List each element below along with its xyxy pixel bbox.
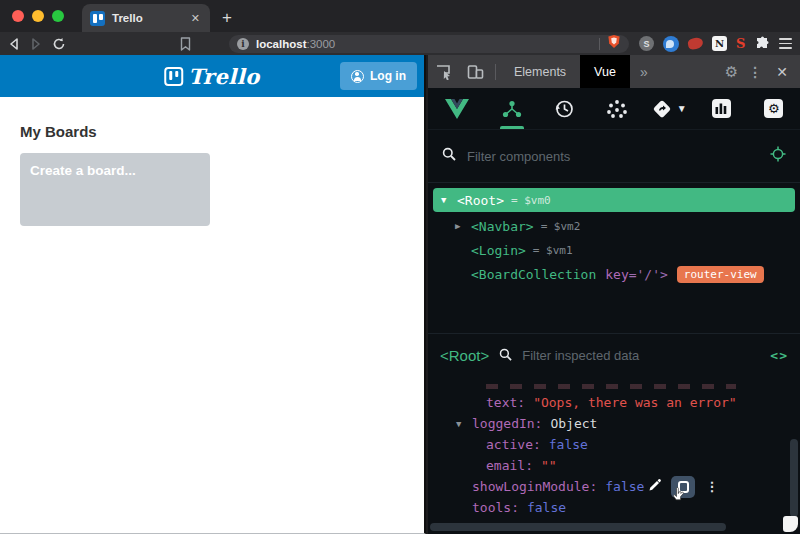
- vuex-tab-icon[interactable]: [591, 88, 643, 129]
- attr-value: ='/'>: [629, 267, 668, 282]
- boards-heading: My Boards: [20, 123, 424, 140]
- extension-s-icon[interactable]: S: [639, 36, 654, 51]
- inspector-header: <Root> <>: [428, 333, 800, 377]
- code-view-icon[interactable]: <>: [770, 348, 788, 363]
- expand-caret-icon[interactable]: ▼: [441, 195, 457, 205]
- device-toolbar-icon[interactable]: [460, 64, 491, 80]
- component-tag: <Login>: [471, 243, 526, 258]
- data-row-loggedin[interactable]: ▼ loggedIn: Object: [428, 413, 800, 434]
- tree-row-root[interactable]: ▼ <Root> = $vm0: [433, 188, 795, 212]
- person-icon: [351, 70, 364, 83]
- row-menu-icon[interactable]: ⋮: [705, 479, 718, 494]
- create-board-label: Create a board...: [30, 163, 136, 178]
- bookmark-icon[interactable]: [180, 37, 191, 51]
- login-button-label: Log in: [370, 69, 406, 83]
- component-tag: <Navbar>: [471, 219, 534, 234]
- component-tag: <Root>: [457, 193, 504, 208]
- data-key: text:: [486, 395, 525, 410]
- url-port: :3000: [306, 38, 335, 50]
- data-row-active[interactable]: active: false: [428, 434, 800, 455]
- tree-row-login[interactable]: <Login> = $vm1: [428, 238, 800, 262]
- data-value: false: [527, 500, 566, 515]
- reload-icon[interactable]: [52, 37, 66, 51]
- devtools-menu-icon[interactable]: ⋮: [742, 64, 768, 80]
- toolbar-divider: [495, 64, 496, 80]
- data-key: active:: [486, 437, 541, 452]
- brave-shield-icon[interactable]: [607, 34, 621, 53]
- component-filter-row: [428, 130, 800, 183]
- data-row-text[interactable]: text: "Oops, there was an error": [428, 392, 800, 413]
- trello-app: Trello Log in My Boards Create a board..…: [0, 55, 426, 534]
- router-view-badge: router-view: [677, 266, 764, 283]
- close-window-button[interactable]: [12, 10, 24, 22]
- create-board-card[interactable]: Create a board...: [20, 153, 210, 226]
- search-icon: [442, 147, 456, 165]
- devtools-panel: Elements Vue » ⚙ ⋮ ✕ ▼: [428, 55, 800, 534]
- mouse-cursor-icon: [672, 487, 686, 505]
- filter-components-input[interactable]: [467, 149, 759, 164]
- data-row-tools[interactable]: tools: false: [428, 497, 800, 518]
- url-text: localhost:3000: [256, 38, 335, 50]
- tree-row-navbar[interactable]: ▶ <Navbar> = $vm2: [428, 214, 800, 238]
- menu-icon[interactable]: [779, 38, 792, 48]
- trello-logo-icon: [164, 67, 183, 86]
- data-key: email:: [486, 458, 533, 473]
- component-picker-icon[interactable]: [770, 146, 786, 166]
- vm-binding: = $vm1: [533, 244, 573, 257]
- data-key: tools:: [472, 500, 519, 515]
- collapse-caret-icon[interactable]: ▶: [455, 221, 471, 231]
- minimize-window-button[interactable]: [32, 10, 44, 22]
- component-tree: ▼ <Root> = $vm0 ▶ <Navbar> = $vm2 <Login…: [428, 183, 800, 333]
- tab-vue[interactable]: Vue: [580, 55, 630, 88]
- tab-close-icon[interactable]: ✕: [189, 12, 202, 25]
- site-info-icon[interactable]: i: [237, 38, 249, 50]
- forward-icon[interactable]: [30, 37, 42, 51]
- browser-tab[interactable]: Trello ✕: [82, 4, 210, 32]
- address-bar[interactable]: i localhost:3000: [229, 35, 629, 53]
- attr-name: key: [605, 267, 628, 282]
- data-row-email[interactable]: email: "": [428, 455, 800, 476]
- vertical-scrollbar[interactable]: [790, 439, 798, 517]
- data-key: loggedIn:: [472, 416, 542, 431]
- horizontal-scrollbar[interactable]: [430, 523, 726, 531]
- data-value: false: [605, 479, 644, 494]
- extension-svelte-icon[interactable]: S: [736, 36, 745, 51]
- vue-devtools-toolbar: ▼ ⚙: [428, 88, 800, 130]
- extension-blue-icon[interactable]: [663, 36, 679, 52]
- extensions-puzzle-icon[interactable]: [754, 36, 770, 52]
- devtools-tabbar: Elements Vue » ⚙ ⋮ ✕: [428, 55, 800, 88]
- expand-caret-icon[interactable]: ▼: [456, 419, 472, 429]
- toggle-value-button[interactable]: [671, 476, 695, 498]
- extension-red-icon[interactable]: [687, 37, 704, 51]
- timeline-tab-icon[interactable]: [538, 88, 590, 129]
- url-host: localhost: [256, 38, 306, 50]
- data-value: Object: [550, 416, 597, 431]
- performance-tab-icon[interactable]: [695, 88, 747, 129]
- vue-settings-tab-icon[interactable]: ⚙: [748, 88, 800, 129]
- window-controls: [0, 0, 76, 32]
- vm-binding: = $vm0: [511, 194, 551, 207]
- edit-pencil-icon[interactable]: [648, 479, 661, 495]
- trello-logo[interactable]: Trello: [164, 64, 260, 89]
- inspect-element-icon[interactable]: [428, 64, 460, 80]
- zoom-window-button[interactable]: [52, 10, 64, 22]
- trello-logo-text: Trello: [188, 64, 260, 89]
- inspected-component-name: <Root>: [440, 347, 489, 364]
- extension-tray: S N S: [639, 36, 796, 52]
- login-button[interactable]: Log in: [340, 62, 417, 90]
- back-icon[interactable]: [8, 37, 20, 51]
- vue-logo-icon: [428, 88, 486, 129]
- new-tab-button[interactable]: +: [210, 8, 244, 32]
- router-tab-icon[interactable]: ▼: [643, 88, 695, 129]
- devtools-close-icon[interactable]: ✕: [772, 64, 792, 80]
- filter-inspected-data-input[interactable]: [522, 348, 760, 363]
- tab-elements[interactable]: Elements: [500, 55, 580, 88]
- scrollbar-corner: [783, 516, 798, 532]
- devtools-settings-icon[interactable]: ⚙: [725, 63, 738, 81]
- app-navbar: Trello Log in: [0, 55, 424, 97]
- extension-notion-icon[interactable]: N: [712, 36, 727, 51]
- more-tabs-icon[interactable]: »: [630, 64, 658, 80]
- tree-row-boardcollection[interactable]: <BoardCollection key='/'> router-view: [428, 262, 800, 286]
- data-row-showloginmodule[interactable]: showLoginModule: false ⋮: [428, 476, 800, 497]
- components-tab-icon[interactable]: [486, 88, 538, 129]
